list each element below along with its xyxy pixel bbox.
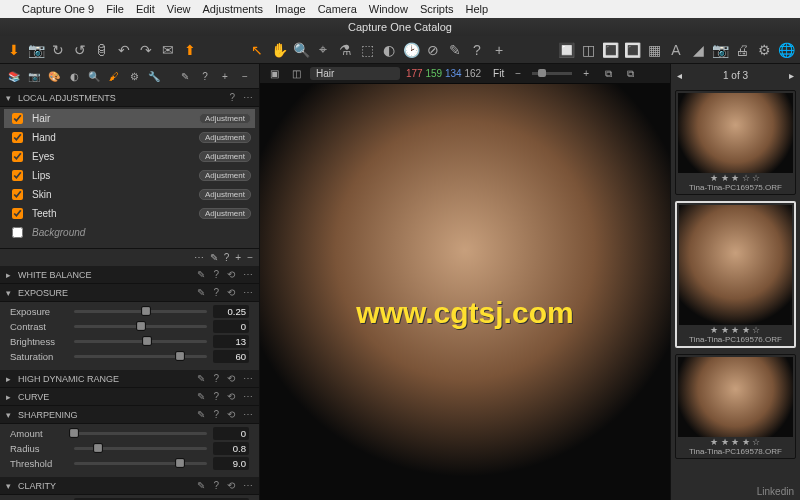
app-name[interactable]: Capture One 9: [22, 3, 94, 15]
view-single-icon[interactable]: 🔲: [558, 42, 574, 58]
tooltab-library-icon[interactable]: 📚: [6, 68, 22, 84]
viewer-image[interactable]: www.cgtsj.com: [260, 84, 670, 500]
tooltab-help-icon[interactable]: ?: [197, 68, 213, 84]
tooltab-color-icon[interactable]: 🎨: [46, 68, 62, 84]
heal-icon[interactable]: ⊘: [425, 42, 441, 58]
export-icon[interactable]: ⬆: [182, 42, 198, 58]
slider-value[interactable]: 0.25: [213, 305, 249, 318]
panel-menu-icon[interactable]: ⋯: [243, 92, 253, 103]
menu-window[interactable]: Window: [369, 3, 408, 15]
mail-icon[interactable]: ✉: [160, 42, 176, 58]
panel-brush-icon[interactable]: ✎: [197, 287, 205, 298]
panel-reset-icon[interactable]: ⟲: [227, 287, 235, 298]
panel-brush-icon[interactable]: ✎: [197, 480, 205, 491]
layer-row[interactable]: TeethAdjustment: [4, 204, 255, 223]
slider-track[interactable]: [74, 340, 207, 343]
tooltab-detail-icon[interactable]: 🔍: [86, 68, 102, 84]
view-browser-icon[interactable]: 🔳: [602, 42, 618, 58]
panel-help-icon[interactable]: ?: [213, 391, 219, 402]
menu-camera[interactable]: Camera: [318, 3, 357, 15]
tooltab-capture-icon[interactable]: 📷: [26, 68, 42, 84]
la-menu-icon[interactable]: ⋯: [194, 252, 204, 263]
panel-menu-icon[interactable]: ⋯: [243, 269, 253, 280]
slider-track[interactable]: [74, 310, 207, 313]
menu-image[interactable]: Image: [275, 3, 306, 15]
layer-visibility-checkbox[interactable]: [12, 151, 23, 162]
layer-visibility-checkbox[interactable]: [12, 113, 23, 124]
slider-value[interactable]: 9.0: [213, 457, 249, 470]
web-icon[interactable]: 🌐: [778, 42, 794, 58]
layer-visibility-checkbox[interactable]: [12, 170, 23, 181]
view-split-icon[interactable]: ◫: [580, 42, 596, 58]
viewer-mode-icon-a[interactable]: ▣: [266, 68, 282, 79]
panel-reset-icon[interactable]: ⟲: [227, 269, 235, 280]
slider-track[interactable]: [74, 432, 207, 435]
trash-icon[interactable]: 🛢: [94, 42, 110, 58]
panel-clarity-header[interactable]: ▾CLARITY✎?⟲⋯: [0, 477, 259, 495]
panel-help-icon[interactable]: ?: [213, 409, 219, 420]
panel-menu-icon[interactable]: ⋯: [243, 480, 253, 491]
tooltab-output-icon[interactable]: 🔧: [146, 68, 162, 84]
panel-brush-icon[interactable]: ✎: [197, 391, 205, 402]
slider-track[interactable]: [74, 447, 207, 450]
undo-icon[interactable]: ↶: [116, 42, 132, 58]
zoom-icon[interactable]: 🔍: [293, 42, 309, 58]
browser-next-icon[interactable]: ▸: [789, 70, 794, 81]
slider-value[interactable]: 0.8: [213, 442, 249, 455]
menu-adjustments[interactable]: Adjustments: [203, 3, 264, 15]
panel-curve-header[interactable]: ▸CURVE✎?⟲⋯: [0, 388, 259, 406]
view-fullscreen-icon[interactable]: 🔳: [624, 42, 640, 58]
thumbnail[interactable]: ★ ★ ★ ★ ☆Tina-Tina-PC169578.ORF: [675, 354, 796, 459]
la-add-icon[interactable]: +: [235, 252, 241, 263]
panel-reset-icon[interactable]: ⟲: [227, 409, 235, 420]
panel-brush-icon[interactable]: ✎: [197, 373, 205, 384]
layer-visibility-checkbox[interactable]: [12, 208, 23, 219]
layer-row[interactable]: EyesAdjustment: [4, 147, 255, 166]
menu-view[interactable]: View: [167, 3, 191, 15]
panel-sharpening-header[interactable]: ▾SHARPENING✎?⟲⋯: [0, 406, 259, 424]
slider-thumb[interactable]: [175, 458, 185, 468]
la-remove-icon[interactable]: −: [247, 252, 253, 263]
panel-menu-icon[interactable]: ⋯: [243, 373, 253, 384]
tooltab-meta-icon[interactable]: ⚙: [126, 68, 142, 84]
menu-edit[interactable]: Edit: [136, 3, 155, 15]
panel-hdr-header[interactable]: ▸HIGH DYNAMIC RANGE✎?⟲⋯: [0, 370, 259, 388]
panel-help-icon[interactable]: ?: [213, 373, 219, 384]
panel-help-icon[interactable]: ?: [229, 92, 235, 103]
grid-icon[interactable]: ▦: [646, 42, 662, 58]
tether-icon[interactable]: 📷: [712, 42, 728, 58]
variant-select[interactable]: Hair: [310, 67, 400, 80]
slider-thumb[interactable]: [136, 321, 146, 331]
layer-visibility-checkbox[interactable]: [12, 132, 23, 143]
layer-row[interactable]: LipsAdjustment: [4, 166, 255, 185]
rotate-ccw-icon[interactable]: ↺: [72, 42, 88, 58]
panel-exposure-header[interactable]: ▾EXPOSURE✎?⟲⋯: [0, 284, 259, 302]
thumbnail-rating[interactable]: ★ ★ ★ ☆ ☆: [678, 173, 793, 183]
capture-icon[interactable]: 📷: [28, 42, 44, 58]
panel-local-adjustments-header[interactable]: ▾ LOCAL ADJUSTMENTS ? ⋯: [0, 89, 259, 107]
menu-scripts[interactable]: Scripts: [420, 3, 454, 15]
thumbnail-rating[interactable]: ★ ★ ★ ★ ☆: [679, 325, 792, 335]
annotate-icon[interactable]: A: [668, 42, 684, 58]
crop-icon[interactable]: ⬚: [359, 42, 375, 58]
panel-menu-icon[interactable]: ⋯: [243, 287, 253, 298]
slider-track[interactable]: [74, 462, 207, 465]
la-edit-icon[interactable]: ✎: [210, 252, 218, 263]
slider-thumb[interactable]: [175, 351, 185, 361]
thumbnail[interactable]: ★ ★ ★ ★ ☆Tina-Tina-PC169576.ORF: [675, 201, 796, 348]
panel-reset-icon[interactable]: ⟲: [227, 480, 235, 491]
help-cursor-icon[interactable]: ?: [469, 42, 485, 58]
tooltab-local-icon[interactable]: 🖌: [106, 68, 122, 84]
menu-file[interactable]: File: [106, 3, 124, 15]
slider-thumb[interactable]: [93, 443, 103, 453]
viewer-opt-b-icon[interactable]: ⧉: [622, 68, 638, 80]
slider-value[interactable]: 0: [213, 320, 249, 333]
layer-visibility-checkbox[interactable]: [12, 227, 23, 238]
panel-help-icon[interactable]: ?: [213, 480, 219, 491]
slider-track[interactable]: [74, 325, 207, 328]
brush-icon[interactable]: ✎: [447, 42, 463, 58]
thumbnail[interactable]: ★ ★ ★ ☆ ☆Tina-Tina-PC169575.ORF: [675, 90, 796, 195]
slider-value[interactable]: 13: [213, 335, 249, 348]
print-icon[interactable]: 🖨: [734, 42, 750, 58]
slider-thumb[interactable]: [142, 336, 152, 346]
